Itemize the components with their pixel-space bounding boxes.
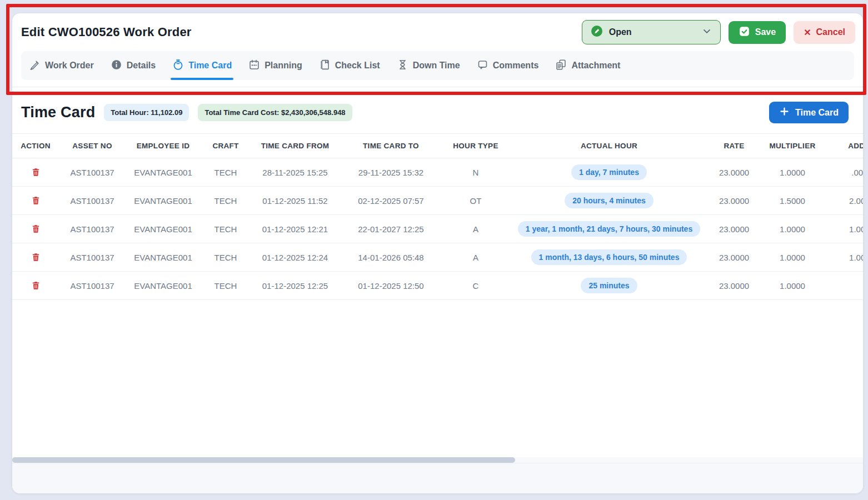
horizontal-scrollbar-thumb[interactable] xyxy=(12,457,515,463)
pen-icon xyxy=(29,59,41,73)
col-time-card-to: TIME CARD TO xyxy=(340,134,442,158)
stopwatch-icon xyxy=(172,59,184,73)
table-row: AST100137 EVANTAGE001 TECH 01-12-2025 12… xyxy=(12,243,863,272)
tab-down-time[interactable]: Down Time xyxy=(397,59,460,73)
notebook-icon xyxy=(319,59,331,73)
cell-rate: 23.0000 xyxy=(709,272,759,300)
chevron-down-icon xyxy=(701,26,712,39)
table-row: AST100137 EVANTAGE001 TECH 01-12-2025 11… xyxy=(12,187,863,215)
cell-craft: TECH xyxy=(201,215,251,243)
cell-adder: .0000 xyxy=(826,158,863,187)
add-time-card-button[interactable]: Time Card xyxy=(769,102,849,123)
delete-row-button[interactable] xyxy=(30,251,42,263)
work-order-edit-card: Edit CWO100526 Work Order Open Save ✕ xyxy=(12,13,863,493)
total-hour-badge: Total Hour: 11,102.09 xyxy=(104,104,189,121)
cell-adder xyxy=(826,272,863,300)
header-actions: Open Save ✕ Cancel xyxy=(582,20,855,44)
page-title: Edit CWO100526 Work Order xyxy=(21,25,192,39)
col-craft: CRAFT xyxy=(201,134,251,158)
actual-hour-pill: 1 year, 1 month, 21 days, 7 hours, 30 mi… xyxy=(518,221,700,237)
plus-icon xyxy=(779,106,790,119)
cell-rate: 23.0000 xyxy=(709,158,759,187)
cell-from: 01-12-2025 12:24 xyxy=(251,243,340,272)
delete-row-button[interactable] xyxy=(30,279,42,292)
cell-hour-type: C xyxy=(442,272,509,300)
cell-from: 01-12-2025 11:52 xyxy=(251,187,340,215)
total-cost-badge: Total Time Card Cost: $2,430,306,548.948 xyxy=(198,104,352,121)
cell-rate: 23.0000 xyxy=(709,215,759,243)
card-header: Edit CWO100526 Work Order Open Save ✕ xyxy=(12,13,863,51)
cell-multiplier: 1.0000 xyxy=(759,158,826,187)
table-header-row: ACTION ASSET NO EMPLOYEE ID CRAFT TIME C… xyxy=(12,134,863,158)
cell-to: 22-01-2027 12:25 xyxy=(340,215,442,243)
actual-hour-pill: 1 month, 13 days, 6 hours, 50 minutes xyxy=(531,249,687,265)
cell-asset-no: AST100137 xyxy=(59,187,126,215)
cell-hour-type: OT xyxy=(442,187,509,215)
actual-hour-pill: 20 hours, 4 minutes xyxy=(565,193,653,208)
col-rate: RATE xyxy=(709,134,759,158)
comment-icon xyxy=(477,59,488,73)
tab-label: Down Time xyxy=(413,61,460,71)
delete-row-button[interactable] xyxy=(30,166,42,178)
tab-label: Time Card xyxy=(188,61,232,71)
cell-hour-type: N xyxy=(442,158,509,187)
col-asset-no: ASSET NO xyxy=(59,134,126,158)
cell-craft: TECH xyxy=(201,187,251,215)
tab-details[interactable]: Details xyxy=(111,59,156,73)
delete-row-button[interactable] xyxy=(30,194,42,207)
status-open-icon xyxy=(590,24,603,40)
cell-asset-no: AST100137 xyxy=(59,272,126,300)
status-label: Open xyxy=(609,27,632,37)
hourglass-icon xyxy=(397,59,408,73)
tab-planning[interactable]: Planning xyxy=(248,59,302,73)
tab-time-card[interactable]: Time Card xyxy=(172,59,232,73)
tab-label: Planning xyxy=(265,61,302,71)
col-time-card-from: TIME CARD FROM xyxy=(251,134,340,158)
tab-label: Work Order xyxy=(45,61,94,71)
actual-hour-pill: 1 day, 7 minutes xyxy=(571,164,647,180)
cell-to: 29-11-2025 15:32 xyxy=(340,158,442,187)
cell-craft: TECH xyxy=(201,272,251,300)
horizontal-scrollbar-track[interactable] xyxy=(12,457,863,463)
cell-to: 01-12-2025 12:50 xyxy=(340,272,442,300)
tab-label: Comments xyxy=(493,61,539,71)
cell-asset-no: AST100137 xyxy=(59,158,126,187)
col-multiplier: MULTIPLIER xyxy=(759,134,826,158)
save-label: Save xyxy=(755,27,776,37)
tab-attachment[interactable]: Attachment xyxy=(555,59,620,73)
tab-check-list[interactable]: Check List xyxy=(319,59,380,73)
cell-from: 28-11-2025 15:25 xyxy=(251,158,340,187)
cell-multiplier: 1.0000 xyxy=(759,243,826,272)
tab-work-order[interactable]: Work Order xyxy=(29,59,94,73)
table-row: AST100137 EVANTAGE001 TECH 01-12-2025 12… xyxy=(12,272,863,300)
cell-to: 14-01-2026 05:48 xyxy=(340,243,442,272)
save-check-icon xyxy=(739,26,750,39)
cell-employee-id: EVANTAGE001 xyxy=(126,215,201,243)
cell-asset-no: AST100137 xyxy=(59,243,126,272)
tab-label: Attachment xyxy=(571,61,620,71)
save-button[interactable]: Save xyxy=(729,21,786,44)
delete-row-button[interactable] xyxy=(30,223,42,235)
col-adder: ADDER xyxy=(826,134,863,158)
col-employee-id: EMPLOYEE ID xyxy=(126,134,201,158)
time-card-table: ACTION ASSET NO EMPLOYEE ID CRAFT TIME C… xyxy=(12,133,863,300)
calendar-icon xyxy=(248,59,260,73)
cell-rate: 23.0000 xyxy=(709,243,759,272)
section-title: Time Card xyxy=(21,104,95,121)
cancel-button[interactable]: ✕ Cancel xyxy=(794,21,855,44)
tab-label: Check List xyxy=(335,61,380,71)
tab-label: Details xyxy=(127,61,156,71)
cell-multiplier: 1.0000 xyxy=(759,215,826,243)
cell-employee-id: EVANTAGE001 xyxy=(126,158,201,187)
table-row: AST100137 EVANTAGE001 TECH 28-11-2025 15… xyxy=(12,158,863,187)
empty-table-area xyxy=(12,300,863,457)
cell-multiplier: 1.5000 xyxy=(759,187,826,215)
cell-adder: 2.0000 xyxy=(826,187,863,215)
col-action: ACTION xyxy=(12,134,59,158)
tab-comments[interactable]: Comments xyxy=(477,59,539,73)
status-dropdown[interactable]: Open xyxy=(582,20,721,44)
cell-from: 01-12-2025 12:21 xyxy=(251,215,340,243)
add-time-card-label: Time Card xyxy=(795,108,839,118)
table-row: AST100137 EVANTAGE001 TECH 01-12-2025 12… xyxy=(12,215,863,243)
col-hour-type: HOUR TYPE xyxy=(442,134,509,158)
